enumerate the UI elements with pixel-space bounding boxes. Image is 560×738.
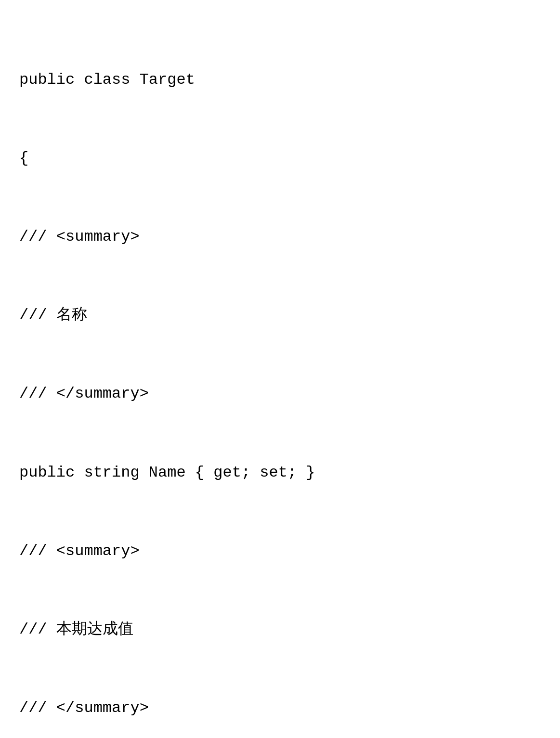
code-line-7: /// <summary>: [19, 538, 541, 564]
code-line-5: /// </summary>: [19, 381, 541, 407]
code-line-9: /// </summary>: [19, 695, 541, 721]
code-line-3: /// <summary>: [19, 224, 541, 250]
code-line-2: {: [19, 145, 541, 171]
code-line-1: public class Target: [19, 67, 541, 93]
code-line-6: public string Name { get; set; }: [19, 460, 541, 486]
code-line-4: /// 名称: [19, 302, 541, 328]
code-display: public class Target { /// <summary> /// …: [19, 14, 541, 738]
code-line-8: /// 本期达成值: [19, 617, 541, 643]
